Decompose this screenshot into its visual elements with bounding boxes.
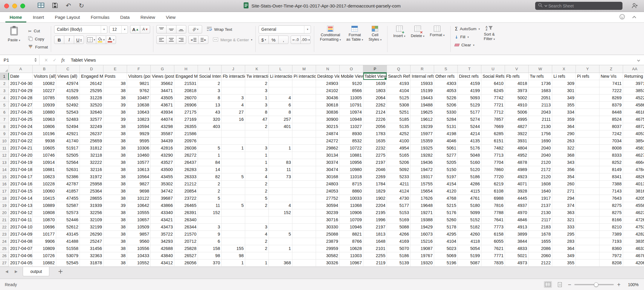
cell-P12[interactable]: 2275: [363, 152, 387, 159]
cell-P27[interactable]: 2119: [363, 260, 387, 267]
font-color-dropdown-icon[interactable]: ▾: [113, 38, 115, 41]
cell-M17[interactable]: [292, 188, 316, 195]
cell-T1[interactable]: Direct refs: [458, 73, 481, 80]
cell-J14[interactable]: [222, 166, 245, 173]
cell-AA23[interactable]: 4282: [623, 231, 644, 238]
minimize-window-button[interactable]: [12, 4, 17, 8]
row-header-14[interactable]: 14: [0, 166, 9, 173]
cell-C2[interactable]: 42974: [56, 80, 80, 87]
cell-Q19[interactable]: 5177: [387, 202, 410, 209]
cell-L6[interactable]: 8: [269, 109, 292, 116]
merge-center-dropdown-icon[interactable]: ▾: [251, 38, 252, 41]
cell-O7[interactable]: 10948: [340, 116, 363, 123]
cell-E11[interactable]: 38: [103, 145, 127, 152]
cell-G25[interactable]: 42688: [151, 245, 174, 252]
cell-AA7[interactable]: 4675: [623, 116, 644, 123]
cell-V21[interactable]: 4846: [505, 216, 529, 224]
cell-V15[interactable]: 4923: [505, 173, 529, 181]
cell-S5[interactable]: 5206: [434, 102, 458, 109]
paste-button[interactable]: Paste ▾: [5, 25, 23, 44]
cell-F27[interactable]: 10552: [127, 260, 151, 267]
cell-F16[interactable]: 9827: [127, 181, 151, 188]
cell-B1[interactable]: Visitors (all): [33, 73, 56, 80]
cell-O22[interactable]: 10946: [340, 224, 363, 231]
column-header-A[interactable]: A: [9, 65, 33, 73]
row-header-16[interactable]: 16: [0, 181, 9, 188]
cell-B9[interactable]: 10196: [33, 130, 56, 138]
cell-W10[interactable]: 1690: [529, 138, 552, 145]
cell-J17[interactable]: [222, 188, 245, 195]
cell-P8[interactable]: 2056: [363, 123, 387, 130]
cell-R3[interactable]: 15199: [410, 87, 434, 94]
cell-Q18[interactable]: 4730: [387, 195, 410, 202]
cell-F10[interactable]: 9595: [127, 138, 151, 145]
cell-R18[interactable]: 17626: [410, 195, 434, 202]
font-size-select[interactable]: 12 ▾: [109, 25, 128, 33]
cell-G2[interactable]: 35662: [151, 80, 174, 87]
cell-A25[interactable]: 2017-04-07: [9, 245, 33, 252]
cell-X3[interactable]: 301: [552, 87, 576, 94]
cell-R21[interactable]: 19388: [410, 216, 434, 224]
cell-I10[interactable]: [198, 138, 222, 145]
cell-X1[interactable]: Li refs: [552, 73, 576, 80]
cell-W9[interactable]: 1756: [529, 130, 552, 138]
cell-U16[interactable]: 6219: [481, 181, 505, 188]
cell-Z18[interactable]: 7643: [599, 195, 623, 202]
delete-cells-button[interactable]: Delete ▾: [408, 25, 427, 39]
align-middle-button[interactable]: [166, 25, 176, 33]
cell-K10[interactable]: [245, 138, 269, 145]
cell-G22[interactable]: 43473: [151, 224, 174, 231]
cell-T24[interactable]: 4118: [458, 238, 481, 245]
cell-L19[interactable]: 4: [269, 202, 292, 209]
cell-D23[interactable]: 26290: [80, 231, 103, 238]
tab-data[interactable]: Data: [115, 12, 135, 22]
cell-X27[interactable]: 355: [552, 260, 576, 267]
cell-D4[interactable]: 31228: [80, 94, 103, 102]
cell-L13[interactable]: 83: [269, 159, 292, 166]
cell-P16[interactable]: 1784: [363, 181, 387, 188]
insert-function-icon[interactable]: fx: [61, 57, 65, 63]
cell-I15[interactable]: 82: [198, 173, 222, 181]
cell-U6[interactable]: 7712: [481, 109, 505, 116]
cell-P10[interactable]: 1635: [363, 138, 387, 145]
cell-V2[interactable]: 4018: [505, 80, 529, 87]
cell-Y11[interactable]: [576, 145, 599, 152]
cell-O11[interactable]: 10722: [340, 145, 363, 152]
cell-K27[interactable]: 1: [245, 260, 269, 267]
cell-B7[interactable]: 10963: [33, 116, 56, 123]
cell-X12[interactable]: 368: [552, 152, 576, 159]
cell-F23[interactable]: 9857: [127, 231, 151, 238]
cell-F24[interactable]: 9560: [127, 238, 151, 245]
cell-S27[interactable]: 5196: [434, 260, 458, 267]
cell-V13[interactable]: 4878: [505, 159, 529, 166]
cell-M25[interactable]: [292, 245, 316, 252]
cell-T6[interactable]: 5177: [458, 109, 481, 116]
cell-X21[interactable]: 321: [552, 216, 576, 224]
column-header-I[interactable]: I: [198, 65, 222, 73]
cell-G15[interactable]: 43455: [151, 173, 174, 181]
cell-K24[interactable]: 2: [245, 238, 269, 245]
cell-O16[interactable]: 8715: [340, 181, 363, 188]
cell-X26[interactable]: 349: [552, 252, 576, 260]
cell-A21[interactable]: 2017-04-11: [9, 216, 33, 224]
prev-sheet-icon[interactable]: ◀: [5, 269, 8, 274]
cell-R22[interactable]: 19429: [410, 224, 434, 231]
cell-U14[interactable]: 7860: [481, 166, 505, 173]
column-header-U[interactable]: U: [481, 65, 505, 73]
cell-L17[interactable]: [269, 188, 292, 195]
cell-N8[interactable]: 30215: [316, 123, 340, 130]
cell-I18[interactable]: 5: [198, 195, 222, 202]
cell-M1[interactable]: Pi interactions: [292, 73, 316, 80]
cell-O12[interactable]: 10881: [340, 152, 363, 159]
collapse-ribbon-icon[interactable]: [632, 16, 636, 20]
cell-W27[interactable]: 2122: [529, 260, 552, 267]
cell-T7[interactable]: 5274: [458, 116, 481, 123]
cell-V22[interactable]: 4913: [505, 224, 529, 231]
cell-Y9[interactable]: [576, 130, 599, 138]
cell-O24[interactable]: 8766: [340, 238, 363, 245]
cell-C22[interactable]: 52612: [56, 224, 80, 231]
cell-E13[interactable]: 38: [103, 159, 127, 166]
cell-J9[interactable]: [222, 130, 245, 138]
cell-J1[interactable]: Fb interactions: [222, 73, 245, 80]
cell-E6[interactable]: 38: [103, 109, 127, 116]
